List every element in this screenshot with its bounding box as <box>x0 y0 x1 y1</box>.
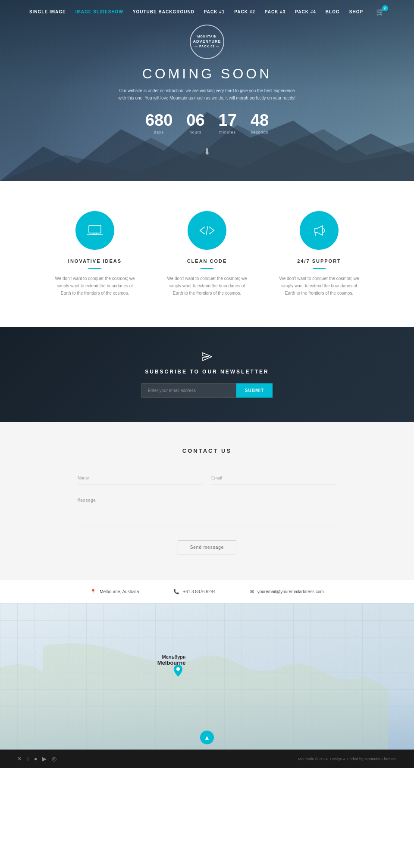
feature-support-title: 24/7 SUPPORT <box>297 258 341 264</box>
contact-name-email-row <box>78 471 336 494</box>
feature-divider-1 <box>88 268 101 269</box>
nav-shop[interactable]: Shop <box>349 9 363 14</box>
svg-marker-9 <box>203 353 212 361</box>
phone-icon: 📞 <box>173 589 179 594</box>
newsletter-submit-button[interactable]: Submit <box>236 383 273 398</box>
scroll-indicator: ⬇ <box>204 146 211 157</box>
cart-badge: 0 <box>382 5 388 11</box>
svg-point-11 <box>176 667 180 671</box>
contact-phone: 📞 +61 3 8376 6284 <box>173 589 215 594</box>
svg-rect-3 <box>89 225 101 233</box>
feature-cleancode-desc: We don't want to conquer the cosmos; we … <box>164 275 250 297</box>
nav-youtube-background[interactable]: Youtube Background <box>133 9 194 14</box>
nav-pack2[interactable]: Pack #2 <box>234 9 255 14</box>
countdown-minutes: 17 minutes <box>219 112 237 134</box>
countdown-seconds: 48 seconds <box>251 112 269 134</box>
contact-email: ✉ youremail@youremailaddress.com <box>250 589 324 594</box>
contact-section: CONTACT US Send message <box>0 422 414 580</box>
hero-title: COMING SOON <box>142 66 272 82</box>
newsletter-section: SUBSCRIBE TO OUR NEWSLETTER Submit <box>0 327 414 422</box>
code-icon <box>188 211 226 250</box>
laptop-icon <box>75 211 114 250</box>
footer-copyright: Mountain © 2024. Design & Coded by Mount… <box>298 757 397 761</box>
scroll-up-button[interactable]: ▲ <box>200 731 214 744</box>
contact-message-input[interactable] <box>78 494 336 528</box>
logo: MOUNTAIN ADVENTURE — PACK 09 — <box>190 25 224 59</box>
hero-subtitle: Our website is under construction, we ar… <box>116 87 298 102</box>
feature-divider-3 <box>313 268 326 269</box>
nav-blog[interactable]: Blog <box>326 9 340 14</box>
feature-innovative-desc: We don't want to conquer the cosmos; we … <box>52 275 138 297</box>
social-facebook[interactable]: f <box>27 756 29 762</box>
social-instagram[interactable]: ◎ <box>52 756 56 762</box>
feature-innovative: INOVATIVE IDEAS We don't want to conquer… <box>52 211 138 297</box>
map-pin <box>174 665 182 678</box>
main-nav: Single Image Image Slideshow Youtube Bac… <box>0 0 414 24</box>
social-pinterest[interactable]: ● <box>34 756 38 762</box>
email-icon: ✉ <box>250 589 254 594</box>
newsletter-content: SUBSCRIBE TO OUR NEWSLETTER Submit <box>141 352 273 398</box>
feature-support-desc: We don't want to conquer the cosmos; we … <box>276 275 362 297</box>
feature-support: 24/7 SUPPORT We don't want to conquer th… <box>276 211 362 297</box>
features-section: INOVATIVE IDEAS We don't want to conquer… <box>0 181 414 327</box>
newsletter-title: SUBSCRIBE TO OUR NEWSLETTER <box>145 369 269 375</box>
nav-single-image[interactable]: Single Image <box>29 9 66 14</box>
countdown-hours: 06 hours <box>186 112 204 134</box>
countdown: 680 days 06 hours 17 minutes 48 seconds <box>145 112 269 134</box>
contact-name-input[interactable] <box>78 471 203 485</box>
countdown-days: 680 days <box>145 112 172 134</box>
contact-location: 📍 Melbourne, Australia <box>90 589 139 594</box>
contact-form: Send message <box>78 471 336 554</box>
footer-social: ✕ f ● ▶ ◎ <box>17 756 56 762</box>
nav-pack4[interactable]: Pack #4 <box>295 9 316 14</box>
svg-line-6 <box>206 226 208 235</box>
feature-divider-2 <box>201 268 213 269</box>
megaphone-icon <box>300 211 339 250</box>
footer: ✕ f ● ▶ ◎ Mountain © 2024. Design & Code… <box>0 750 414 768</box>
newsletter-email-input[interactable] <box>141 383 236 398</box>
social-twitter[interactable]: ✕ <box>17 756 22 762</box>
social-youtube[interactable]: ▶ <box>42 756 47 762</box>
nav-pack3[interactable]: Pack #3 <box>265 9 286 14</box>
map-inner[interactable]: Мельбурн Melbourne ▲ <box>0 603 414 750</box>
contact-email-input[interactable] <box>211 471 336 485</box>
feature-cleancode: CLEAN CODE We don't want to conquer the … <box>164 211 250 297</box>
map-section: Мельбурн Melbourne ▲ <box>0 603 414 750</box>
contact-send-button[interactable]: Send message <box>178 540 237 554</box>
nav-image-slideshow[interactable]: Image Slideshow <box>75 9 123 14</box>
logo-text: MOUNTAIN ADVENTURE — PACK 09 — <box>193 34 221 48</box>
contact-title: CONTACT US <box>182 448 232 454</box>
newsletter-form: Submit <box>141 383 273 398</box>
contact-location-text: Melbourne, Australia <box>100 589 139 594</box>
nav-pack1[interactable]: Pack #1 <box>204 9 225 14</box>
location-icon: 📍 <box>90 589 96 594</box>
feature-cleancode-title: CLEAN CODE <box>187 258 227 264</box>
feature-innovative-title: INOVATIVE IDEAS <box>68 258 122 264</box>
hero-content: MOUNTAIN ADVENTURE — PACK 09 — COMING SO… <box>116 25 298 157</box>
contact-info-bar: 📍 Melbourne, Australia 📞 +61 3 8376 6284… <box>0 580 414 603</box>
newsletter-send-icon <box>202 352 212 364</box>
contact-phone-text: +61 3 8376 6284 <box>183 589 215 594</box>
cart-button[interactable]: 🛒 0 <box>376 8 385 16</box>
hero-section: MOUNTAIN ADVENTURE — PACK 09 — COMING SO… <box>0 0 414 181</box>
contact-email-text: youremail@youremailaddress.com <box>257 589 324 594</box>
